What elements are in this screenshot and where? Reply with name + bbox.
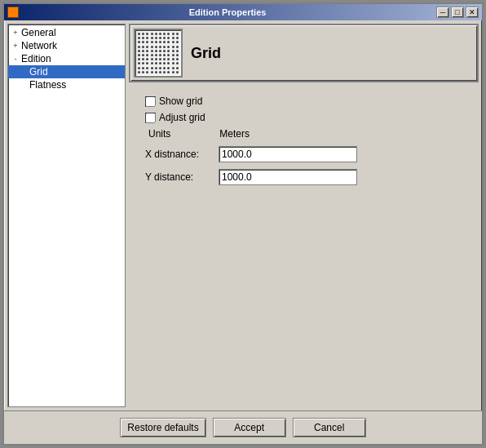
sidebar-item-flatness[interactable]: Flatness [8, 78, 125, 91]
titlebar: Edition Properties ─ □ ✕ [4, 4, 482, 20]
adjust-grid-row: Adjust grid [145, 112, 462, 123]
expand-icon-general: + [10, 29, 21, 37]
panel-title: Grid [191, 45, 221, 62]
show-grid-checkbox[interactable] [145, 96, 156, 107]
cancel-button[interactable]: Cancel [293, 418, 366, 437]
adjust-grid-checkbox[interactable] [145, 113, 156, 123]
maximize-button[interactable]: □ [451, 7, 464, 18]
app-icon [7, 7, 19, 18]
titlebar-buttons: ─ □ ✕ [436, 7, 479, 18]
form-area: Show grid Adjust grid Units Meters X dis… [129, 87, 479, 407]
units-value: Meters [219, 128, 250, 140]
show-grid-row: Show grid [145, 95, 462, 107]
sidebar-item-network[interactable]: + Network [8, 39, 125, 52]
expand-icon-edition: - [10, 55, 21, 63]
dialog-content: + General + Network - Edition Grid Flatn… [4, 20, 482, 410]
x-distance-row: X distnance: [145, 146, 462, 162]
minimize-button[interactable]: ─ [436, 7, 449, 18]
bottom-bar: Restore defaults Accept Cancel [4, 410, 482, 444]
accept-button[interactable]: Accept [213, 418, 286, 437]
sidebar-label-network: Network [21, 40, 57, 51]
expand-icon-network: + [10, 42, 21, 50]
sidebar-item-general[interactable]: + General [8, 26, 125, 39]
x-distance-label: X distnance: [145, 149, 219, 160]
y-distance-row: Y distance: [145, 169, 462, 185]
sidebar-label-grid: Grid [29, 66, 48, 78]
units-label: Units [148, 128, 170, 140]
adjust-grid-label: Adjust grid [159, 112, 205, 123]
show-grid-label: Show grid [159, 95, 202, 107]
sidebar-item-edition[interactable]: - Edition [8, 52, 125, 65]
y-distance-label: Y distance: [145, 171, 219, 183]
x-distance-input[interactable] [219, 146, 357, 162]
sidebar-label-edition: Edition [21, 53, 51, 64]
sidebar-item-grid[interactable]: Grid [8, 65, 125, 78]
units-row: Units Meters [148, 128, 462, 140]
sidebar-label-general: General [21, 27, 56, 38]
y-distance-input[interactable] [219, 169, 357, 185]
grid-preview-icon [134, 29, 183, 78]
close-button[interactable]: ✕ [466, 7, 479, 18]
edition-properties-dialog: Edition Properties ─ □ ✕ + General + Net… [2, 2, 484, 446]
main-panel: Grid Show grid Adjust grid Units Meters … [129, 24, 479, 407]
sidebar-label-flatness: Flatness [29, 79, 66, 91]
restore-defaults-button[interactable]: Restore defaults [120, 418, 205, 437]
window-title: Edition Properties [19, 7, 436, 17]
sidebar-tree: + General + Network - Edition Grid Flatn… [7, 24, 126, 407]
panel-header: Grid [129, 24, 479, 82]
